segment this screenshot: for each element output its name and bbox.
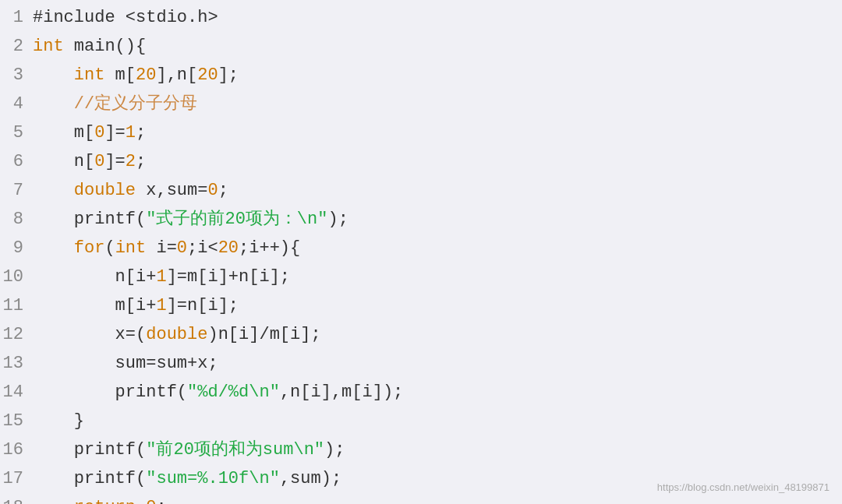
line-code: } [33, 407, 842, 435]
code-content: 1#include <stdio.h>2int main(){3 int m[2… [0, 0, 842, 504]
code-line: 6 n[0]=2; [0, 147, 842, 176]
line-code: double x,sum=0; [33, 176, 842, 205]
line-code: #include <stdio.h> [33, 3, 842, 32]
line-number: 1 [0, 3, 33, 32]
line-code: printf("%d/%d\n",n[i],m[i]); [33, 378, 842, 407]
code-line: 11 m[i+1]=n[i]; [0, 291, 842, 320]
code-line: 9 for(int i=0;i<20;i++){ [0, 234, 842, 263]
line-number: 6 [0, 147, 33, 176]
line-code: n[i+1]=m[i]+n[i]; [33, 263, 842, 291]
code-line: 15 } [0, 407, 842, 435]
line-number: 11 [0, 291, 33, 320]
code-line: 1#include <stdio.h> [0, 3, 842, 32]
code-line: 3 int m[20],n[20]; [0, 61, 842, 90]
line-code: x=(double)n[i]/m[i]; [33, 320, 842, 349]
line-code: //定义分子分母 [33, 90, 842, 118]
code-line: 2int main(){ [0, 32, 842, 61]
line-code: return 0; [33, 493, 842, 504]
line-code: sum=sum+x; [33, 349, 842, 378]
line-number: 18 [0, 493, 33, 504]
line-code: m[0]=1; [33, 118, 842, 147]
line-code: n[0]=2; [33, 147, 842, 176]
line-number: 9 [0, 234, 33, 263]
line-code: int main(){ [33, 32, 842, 61]
line-number: 10 [0, 263, 33, 291]
code-line: 7 double x,sum=0; [0, 176, 842, 205]
line-number: 3 [0, 61, 33, 90]
watermark: https://blog.csdn.net/weixin_48199871 [657, 481, 830, 493]
line-code: int m[20],n[20]; [33, 61, 842, 90]
line-code: printf("前20项的和为sum\n"); [33, 435, 842, 464]
code-line: 12 x=(double)n[i]/m[i]; [0, 320, 842, 349]
line-code: printf("式子的前20项为：\n"); [33, 205, 842, 234]
line-number: 2 [0, 32, 33, 61]
code-line: 16 printf("前20项的和为sum\n"); [0, 435, 842, 464]
code-line: 4 //定义分子分母 [0, 90, 842, 118]
line-number: 8 [0, 205, 33, 234]
line-number: 5 [0, 118, 33, 147]
line-number: 14 [0, 378, 33, 407]
code-line: 10 n[i+1]=m[i]+n[i]; [0, 263, 842, 291]
code-line: 13 sum=sum+x; [0, 349, 842, 378]
line-number: 7 [0, 176, 33, 205]
code-editor: 1#include <stdio.h>2int main(){3 int m[2… [0, 0, 842, 504]
line-number: 16 [0, 435, 33, 464]
code-line: 5 m[0]=1; [0, 118, 842, 147]
line-code: for(int i=0;i<20;i++){ [33, 234, 842, 263]
line-number: 4 [0, 90, 33, 118]
code-line: 18 return 0; [0, 493, 842, 504]
line-number: 17 [0, 464, 33, 493]
code-line: 8 printf("式子的前20项为：\n"); [0, 205, 842, 234]
line-number: 12 [0, 320, 33, 349]
line-number: 15 [0, 407, 33, 435]
line-number: 13 [0, 349, 33, 378]
code-line: 14 printf("%d/%d\n",n[i],m[i]); [0, 378, 842, 407]
line-code: m[i+1]=n[i]; [33, 291, 842, 320]
